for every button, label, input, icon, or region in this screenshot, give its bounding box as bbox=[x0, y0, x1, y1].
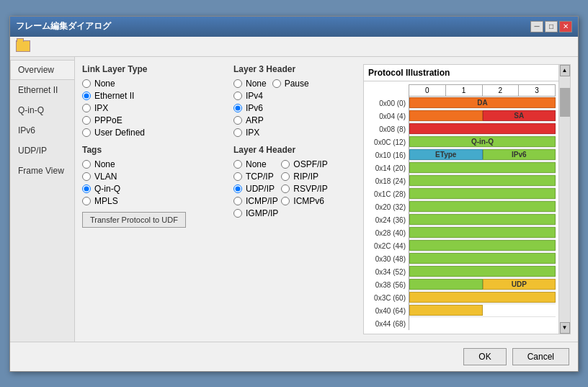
ok-button[interactable]: OK bbox=[463, 348, 506, 365]
bar-da-cont bbox=[409, 110, 483, 121]
l3-none-item[interactable]: None bbox=[233, 79, 267, 89]
tags-none-item[interactable]: None bbox=[82, 159, 226, 169]
proto-label-4: 0x10 (16) bbox=[367, 149, 409, 162]
ll-userdefined-radio[interactable] bbox=[82, 128, 91, 137]
proto-row-9 bbox=[409, 213, 556, 226]
l4-icmpv6-item[interactable]: ICMPv6 bbox=[281, 196, 327, 206]
ll-userdefined-item[interactable]: User Defined bbox=[82, 128, 226, 138]
proto-row-1: SA bbox=[409, 110, 556, 123]
open-folder-icon[interactable] bbox=[16, 40, 30, 52]
axis-2: 2 bbox=[483, 85, 520, 96]
proto-scrollbar[interactable]: ▲ ▼ bbox=[558, 65, 570, 334]
ll-ethernet2-radio[interactable] bbox=[82, 92, 91, 100]
l4-ospfip-item[interactable]: OSPF/IP bbox=[281, 159, 327, 169]
mid-panel: Layer 3 Header None IPv4 bbox=[233, 64, 356, 334]
l4-none-item[interactable]: None bbox=[233, 159, 278, 169]
l4-rsvpip-item[interactable]: RSVP/IP bbox=[281, 184, 327, 194]
ll-none-item[interactable]: None bbox=[82, 79, 226, 89]
l3-ipv6-item[interactable]: IPv6 bbox=[233, 103, 267, 113]
tags-qinq-item[interactable]: Q-in-Q bbox=[82, 184, 226, 194]
l3-ipx-radio[interactable] bbox=[233, 128, 242, 137]
l4-udpip-item[interactable]: UDP/IP bbox=[233, 184, 278, 194]
sidebar-tab-overview[interactable]: Overview bbox=[10, 60, 74, 80]
l3-pause-radio[interactable] bbox=[272, 79, 281, 88]
proto-label-9: 0x24 (36) bbox=[367, 214, 409, 227]
tags-vlan-radio[interactable] bbox=[82, 172, 91, 181]
transfer-protocol-button[interactable]: Transfer Protocol to UDF bbox=[82, 212, 186, 228]
sidebar-tab-qinq[interactable]: Q-in-Q bbox=[10, 100, 74, 120]
l4-ripip-item[interactable]: RIP/IP bbox=[281, 172, 327, 182]
bar-ipv6-9 bbox=[409, 214, 556, 225]
bar-ipv6-6 bbox=[409, 175, 556, 186]
l4-igmpip-item[interactable]: IGMP/IP bbox=[233, 208, 278, 218]
close-button[interactable]: ✕ bbox=[559, 21, 572, 32]
l3-ipx-item[interactable]: IPX bbox=[233, 128, 267, 138]
proto-row-11 bbox=[409, 239, 556, 252]
protocol-illustration-panel: Protocol Illustration 0x00 (0) 0x04 (4) … bbox=[363, 64, 571, 334]
content-area: Overview Ethernet II Q-in-Q IPv6 UDP/IP … bbox=[10, 57, 578, 342]
scroll-up-arrow[interactable]: ▲ bbox=[560, 65, 570, 76]
ll-ipx-item[interactable]: IPX bbox=[82, 103, 226, 113]
bottom-bar: OK Cancel bbox=[10, 342, 578, 371]
l3-none-radio[interactable] bbox=[233, 79, 242, 88]
proto-label-10: 0x28 (40) bbox=[367, 227, 409, 240]
sidebar: Overview Ethernet II Q-in-Q IPv6 UDP/IP … bbox=[10, 57, 75, 342]
l3-ipv4-item[interactable]: IPv4 bbox=[233, 91, 267, 101]
l4-icmpv6-radio[interactable] bbox=[281, 197, 290, 205]
tags-vlan-item[interactable]: VLAN bbox=[82, 172, 226, 182]
sidebar-tab-udpip[interactable]: UDP/IP bbox=[10, 141, 74, 161]
l4-ripip-radio[interactable] bbox=[281, 172, 290, 181]
bar-ipv6-start: IPv6 bbox=[483, 149, 556, 160]
ll-pppoe-item[interactable]: PPPoE bbox=[82, 115, 226, 125]
bar-ipv6-13 bbox=[409, 266, 556, 277]
l4-rsvpip-radio[interactable] bbox=[281, 184, 290, 193]
l4-tcpip-item[interactable]: TCP/IP bbox=[233, 172, 278, 182]
cancel-button[interactable]: Cancel bbox=[512, 348, 569, 365]
proto-body: 0x00 (0) 0x04 (4) 0x08 (8) 0x0C (12) 0x1… bbox=[364, 81, 558, 333]
proto-row-16 bbox=[409, 304, 556, 317]
title-bar-controls: ─ □ ✕ bbox=[530, 21, 572, 32]
ll-pppoe-radio[interactable] bbox=[82, 116, 91, 125]
proto-label-7: 0x1C (28) bbox=[367, 188, 409, 201]
sidebar-tab-ethernet2[interactable]: Ethernet II bbox=[10, 80, 74, 100]
link-layer-type-options: None Ethernet II IPX PPPoE bbox=[82, 79, 226, 138]
maximize-button[interactable]: □ bbox=[545, 21, 558, 32]
proto-row-2 bbox=[409, 123, 556, 135]
l4-icmpip-item[interactable]: ICMP/IP bbox=[233, 196, 278, 206]
tags-qinq-radio[interactable] bbox=[82, 184, 91, 193]
bar-udp-15 bbox=[409, 292, 556, 303]
l4-icmpip-radio[interactable] bbox=[233, 197, 242, 205]
layer4-col2: OSPF/IP RIP/IP RSVP/IP bbox=[281, 159, 327, 218]
sidebar-tab-ipv6[interactable]: IPv6 bbox=[10, 120, 74, 141]
ll-none-radio[interactable] bbox=[82, 79, 91, 88]
l4-ospfip-radio[interactable] bbox=[281, 160, 290, 169]
l4-tcpip-radio[interactable] bbox=[233, 172, 242, 181]
proto-row-0: DA bbox=[409, 97, 556, 110]
bar-udp-start: UDP bbox=[483, 279, 556, 290]
ll-ethernet2-item[interactable]: Ethernet II bbox=[82, 91, 226, 101]
proto-label-8: 0x20 (32) bbox=[367, 201, 409, 214]
ll-ipx-radio[interactable] bbox=[82, 104, 91, 112]
tags-mpls-item[interactable]: MPLS bbox=[82, 196, 226, 206]
toolbar bbox=[10, 37, 578, 57]
proto-axis: 0 1 2 3 bbox=[409, 85, 556, 97]
l3-ipv6-radio[interactable] bbox=[233, 104, 242, 112]
proto-label-3: 0x0C (12) bbox=[367, 136, 409, 149]
l3-arp-item[interactable]: ARP bbox=[233, 115, 267, 125]
scroll-thumb[interactable] bbox=[560, 88, 570, 117]
l4-igmpip-radio[interactable] bbox=[233, 209, 242, 218]
layer4-group: Layer 4 Header None TCP/IP bbox=[233, 145, 356, 218]
proto-label-5: 0x14 (20) bbox=[367, 162, 409, 175]
l4-udpip-radio[interactable] bbox=[233, 184, 242, 193]
proto-label-11: 0x2C (44) bbox=[367, 240, 409, 253]
l3-arp-radio[interactable] bbox=[233, 116, 242, 125]
l4-none-radio[interactable] bbox=[233, 160, 242, 169]
sidebar-tab-frameview[interactable]: Frame View bbox=[10, 161, 74, 181]
tags-none-radio[interactable] bbox=[82, 160, 91, 169]
scroll-down-arrow[interactable]: ▼ bbox=[560, 322, 570, 334]
l3-ipv4-radio[interactable] bbox=[233, 92, 242, 100]
l3-pause-item[interactable]: Pause bbox=[272, 79, 309, 89]
minimize-button[interactable]: ─ bbox=[530, 21, 543, 32]
proto-row-3: Q-in-Q bbox=[409, 135, 556, 148]
tags-mpls-radio[interactable] bbox=[82, 197, 91, 205]
